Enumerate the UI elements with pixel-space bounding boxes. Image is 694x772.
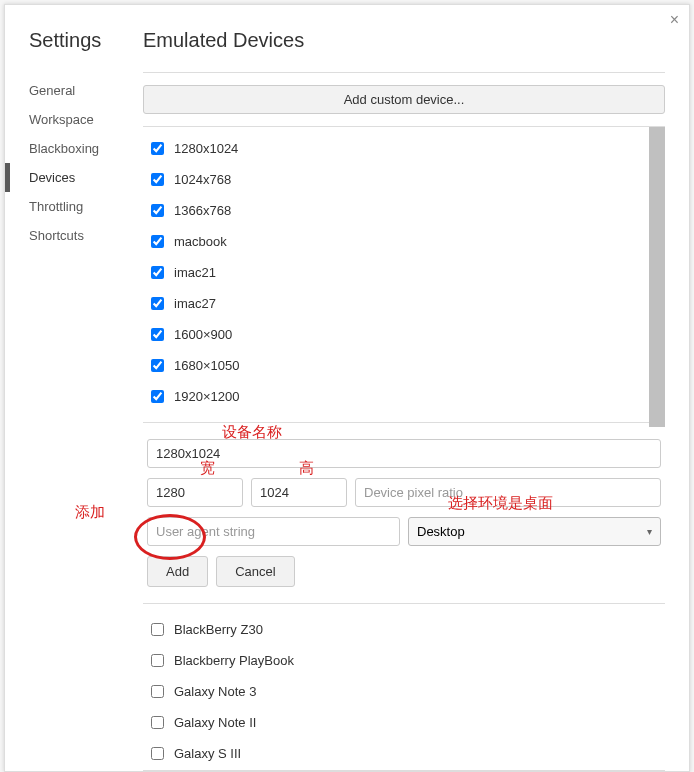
device-width-input[interactable] [147,478,243,507]
device-row[interactable]: macbook [147,226,661,257]
device-label: 1024x768 [174,172,231,187]
device-row[interactable]: BlackBerry Z30 [147,614,661,645]
add-custom-device-button[interactable]: Add custom device... [143,85,665,114]
main-panel: Emulated Devices Add custom device... 12… [125,5,689,771]
device-row[interactable]: Blackberry PlayBook [147,645,661,676]
device-row[interactable]: 1280x1024 [147,133,661,164]
device-checkbox[interactable] [151,297,164,310]
device-pixel-ratio-input[interactable] [355,478,661,507]
device-scroll-container: 1280x10241024x7681366x768macbookimac21im… [143,126,665,771]
device-label: Galaxy S III [174,746,241,761]
device-checkbox[interactable] [151,685,164,698]
device-checkbox[interactable] [151,173,164,186]
device-checkbox[interactable] [151,266,164,279]
device-row[interactable]: 1366x768 [147,195,661,226]
device-row[interactable]: Kindle Fire HDX [147,769,661,771]
device-row[interactable]: Galaxy Note II [147,707,661,738]
device-checkbox[interactable] [151,359,164,372]
device-checkbox[interactable] [151,142,164,155]
device-label: imac27 [174,296,216,311]
device-label: 1920×1200 [174,389,239,404]
sidebar-item-throttling[interactable]: Throttling [29,192,125,221]
sidebar-item-shortcuts[interactable]: Shortcuts [29,221,125,250]
scrollbar-thumb[interactable] [649,127,665,427]
sidebar-item-blackboxing[interactable]: Blackboxing [29,134,125,163]
device-label: Galaxy Note 3 [174,684,256,699]
device-label: 1600×900 [174,327,232,342]
device-checkbox[interactable] [151,716,164,729]
device-checkbox[interactable] [151,204,164,217]
device-height-input[interactable] [251,478,347,507]
device-label: 1680×1050 [174,358,239,373]
main-title: Emulated Devices [143,29,665,52]
device-label: imac21 [174,265,216,280]
device-label: 1280x1024 [174,141,238,156]
settings-modal: × Settings GeneralWorkspaceBlackboxingDe… [4,4,690,772]
device-label: Galaxy Note II [174,715,256,730]
device-checkbox[interactable] [151,747,164,760]
device-label: Blackberry PlayBook [174,653,294,668]
device-row[interactable]: Galaxy Note 3 [147,676,661,707]
device-checkbox[interactable] [151,623,164,636]
scrollbar[interactable] [649,127,665,427]
device-row[interactable]: 1680×1050 [147,350,661,381]
environment-select-label: Desktop [417,524,465,539]
device-label: 1366x768 [174,203,231,218]
settings-sidebar: Settings GeneralWorkspaceBlackboxingDevi… [5,5,125,771]
device-checkbox[interactable] [151,235,164,248]
device-row[interactable]: 1920×1200 [147,381,661,412]
chevron-down-icon: ▾ [647,526,652,537]
device-row[interactable]: imac21 [147,257,661,288]
add-button[interactable]: Add [147,556,208,587]
cancel-button[interactable]: Cancel [216,556,294,587]
device-row[interactable]: 1600×900 [147,319,661,350]
device-row[interactable]: 1024x768 [147,164,661,195]
user-agent-input[interactable] [147,517,400,546]
device-row[interactable]: imac27 [147,288,661,319]
sidebar-item-general[interactable]: General [29,76,125,105]
sidebar-item-workspace[interactable]: Workspace [29,105,125,134]
close-icon[interactable]: × [670,11,679,29]
device-name-input[interactable] [147,439,661,468]
sidebar-item-devices[interactable]: Devices [29,163,125,192]
divider [143,72,665,73]
device-checkbox[interactable] [151,328,164,341]
device-checkbox[interactable] [151,390,164,403]
environment-select[interactable]: Desktop ▾ [408,517,661,546]
sidebar-title: Settings [29,29,125,52]
device-label: BlackBerry Z30 [174,622,263,637]
device-row[interactable]: Galaxy S III [147,738,661,769]
device-label: macbook [174,234,227,249]
device-edit-panel: Desktop ▾ Add Cancel [143,422,665,604]
device-checkbox[interactable] [151,654,164,667]
